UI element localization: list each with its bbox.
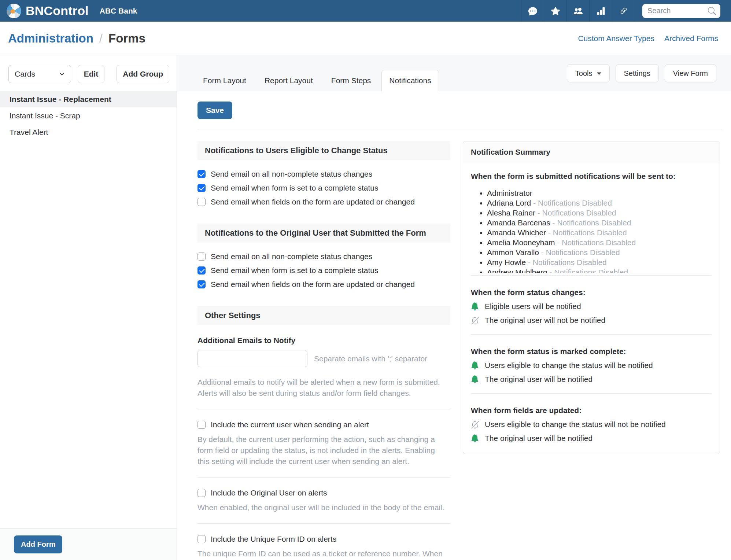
checkbox-icon[interactable] [197,253,206,261]
save-button[interactable]: Save [197,102,232,119]
brand-name: BNControl [26,4,89,18]
recipient-item: Andrew Muhlberg - Notifications Disabled [487,267,712,273]
bell-icon [471,361,479,369]
checkbox-option[interactable]: Include the current user when sending an… [197,420,450,430]
notification-settings-column: Notifications to Users Eligible to Chang… [197,141,450,560]
recipient-name: Amanda Barcenas [487,218,550,227]
checkbox-option[interactable]: Send email on all non-complete status ch… [197,169,450,179]
link-icon [619,7,628,15]
other-settings-toggles: Include the current user when sending an… [197,409,450,560]
summary-item-text: The original user will be notified [485,434,592,443]
bell-icon [471,302,479,310]
chat-button[interactable] [521,0,544,22]
chevron-down-icon [58,70,66,78]
checkbox-icon[interactable] [197,280,206,288]
sidebar-item-form[interactable]: Instant Issue - Scrap [0,107,177,124]
links-button[interactable] [612,0,635,22]
additional-emails-input[interactable] [197,350,307,367]
checkbox-icon[interactable] [197,198,206,206]
checkbox-option[interactable]: Send email when fields on the form are u… [197,279,450,289]
edit-button[interactable]: Edit [78,65,105,83]
breadcrumb-separator: / [99,32,103,45]
summary-group: When the form status is marked complete:… [471,334,712,393]
users-icon [574,7,583,15]
custom-answer-types-link[interactable]: Custom Answer Types [578,34,654,43]
bell-icon [471,375,479,383]
divider [197,409,450,409]
add-group-button[interactable]: Add Group [117,65,169,83]
view-mode-value: Cards [15,70,35,78]
tools-button[interactable]: Tools [567,64,610,82]
section-title-other-settings: Other Settings [197,306,450,325]
favorites-button[interactable] [544,0,566,22]
recipient-item: Administrator [487,188,712,198]
settings-button[interactable]: Settings [616,64,659,82]
tab-notifications[interactable]: Notifications [381,70,439,91]
recipient-item: Ammon Varallo - Notifications Disabled [487,247,712,257]
summary-groups: When the form status changes:Eligible us… [471,275,712,443]
recipient-name: Amy Howle [487,258,526,266]
options-eligible: Send email on all non-complete status ch… [197,169,450,207]
reports-button[interactable] [589,0,612,22]
users-button[interactable] [566,0,589,22]
recipient-name: Andrew Muhlberg [487,268,547,273]
notification-summary-panel: Notification Summary When the form is su… [463,141,720,454]
summary-item: Eligible users will be notified [471,302,712,311]
recipient-status: - Notifications Disabled [531,199,612,207]
toggle-help-text: The unique Form ID can be used as a tick… [197,548,448,560]
checkbox-icon[interactable] [197,535,206,543]
checkbox-icon[interactable] [197,184,206,192]
view-form-button[interactable]: View Form [665,64,716,82]
submitted-heading: When the form is submitted notifications… [471,172,712,181]
view-mode-select[interactable]: Cards [8,65,71,83]
tab-report-layout[interactable]: Report Layout [257,70,321,91]
sidebar-item-form[interactable]: Instant Issue - Replacement [0,91,177,107]
summary-item-text: The original user will not be notified [485,316,605,325]
bell-slash-icon [471,316,479,324]
archived-forms-link[interactable]: Archived Forms [664,34,718,43]
recipient-item: Adriana Lord - Notifications Disabled [487,198,712,208]
summary-group: When the form status changes:Eligible us… [471,275,712,334]
checkbox-option[interactable]: Include the Unique Form ID on alerts [197,534,450,544]
recipient-scroll-area[interactable]: AdministratorAdriana Lord - Notification… [471,188,712,273]
summary-item-text: Users eligible to change the status will… [485,420,666,429]
summary-item-text: Users eligible to change the status will… [485,361,653,370]
additional-emails-label: Additional Emails to Notify [197,336,450,345]
checkbox-icon[interactable] [197,266,206,275]
recipient-name: Amanda Whicher [487,228,546,237]
brand-logo-icon [7,4,21,18]
star-icon [551,7,560,15]
recipient-name: Alesha Rainer [487,209,535,217]
brand[interactable]: BNControl [7,4,89,18]
recipient-status: - Notifications Disabled [555,238,636,247]
recipient-status: - Notifications Disabled [539,248,620,257]
checkbox-option[interactable]: Send email when form is set to a complet… [197,265,450,275]
caret-down-icon [597,72,601,75]
tab-bar: Form LayoutReport LayoutForm StepsNotifi… [177,55,731,91]
tab-form-steps[interactable]: Form Steps [324,70,379,91]
checkbox-icon[interactable] [197,489,206,497]
checkbox-icon[interactable] [197,170,206,178]
page-title: Forms [108,32,145,45]
section-title-original-user: Notifications to the Original User that … [197,224,450,243]
sidebar-footer: Add Form [0,528,177,560]
checkbox-option[interactable]: Send email on all non-complete status ch… [197,251,450,261]
checkbox-option[interactable]: Send email when fields on the form are u… [197,197,450,207]
recipient-status: - Notifications Disabled [526,258,607,266]
options-original-user: Send email on all non-complete status ch… [197,251,450,289]
breadcrumb-administration[interactable]: Administration [8,32,93,45]
checkbox-option[interactable]: Send email when form is set to a complet… [197,183,450,193]
checkbox-label: Send email when form is set to a complet… [211,184,379,192]
recipient-item: Alesha Rainer - Notifications Disabled [487,208,712,218]
add-form-button[interactable]: Add Form [14,535,62,553]
tab-form-layout[interactable]: Form Layout [195,70,254,91]
emails-separator-hint: Separate emails with ';' separator [314,354,427,363]
summary-item: Users eligible to change the status will… [471,420,712,429]
divider [197,523,450,524]
checkbox-option[interactable]: Include the Original User on alerts [197,488,450,498]
checkbox-label: Send email when fields on the form are u… [211,280,415,289]
recipient-list: AdministratorAdriana Lord - Notification… [471,188,712,273]
sidebar-item-form[interactable]: Travel Alert [0,124,177,140]
recipient-status: - Notifications Disabled [550,218,631,227]
checkbox-icon[interactable] [197,421,206,429]
